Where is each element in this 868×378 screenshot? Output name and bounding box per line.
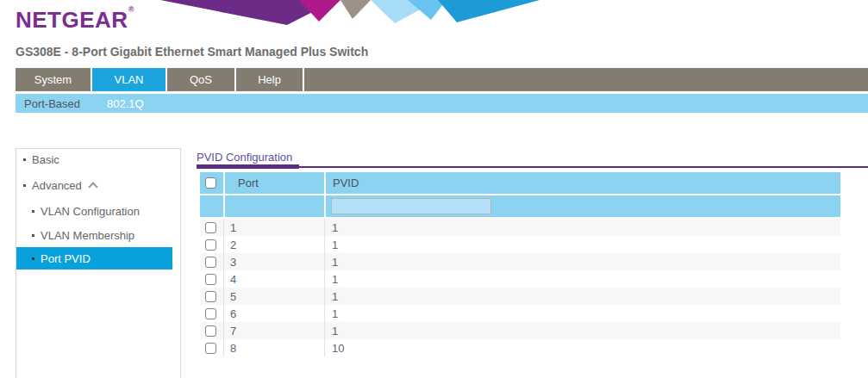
pvid-cell: 1 bbox=[324, 219, 840, 236]
select-all-checkbox[interactable] bbox=[205, 177, 216, 189]
main-nav: System VLAN QoS Help bbox=[16, 68, 868, 91]
page-title: PVID Configuration bbox=[197, 151, 292, 164]
row-checkbox-port-6[interactable] bbox=[205, 308, 216, 319]
row-checkbox-port-2[interactable] bbox=[205, 239, 216, 251]
pvid-cell: 1 bbox=[324, 236, 840, 253]
pvid-cell: 1 bbox=[324, 305, 840, 322]
sidebar-item-vlan-membership[interactable]: VLAN Membership bbox=[16, 226, 180, 244]
sub-nav: Port-Based 802.1Q bbox=[16, 94, 868, 113]
bullet-icon bbox=[23, 158, 26, 161]
bullet-icon bbox=[32, 257, 34, 260]
netgear-logo: NETGEAR® bbox=[16, 5, 134, 34]
sidebar-item-label: VLAN Configuration bbox=[41, 205, 140, 218]
pvid-filter-input[interactable] bbox=[331, 198, 491, 214]
column-header-pvid: PVID bbox=[324, 172, 840, 194]
bullet-icon bbox=[23, 184, 26, 187]
pvid-table: Port PVID 1 1 2 1 3 1 4 1 5 1 6 1 bbox=[200, 172, 840, 356]
port-cell: 3 bbox=[223, 253, 324, 270]
sidebar-item-advanced[interactable]: Advanced bbox=[16, 177, 180, 194]
chevron-up-icon bbox=[88, 182, 97, 191]
column-header-port: Port bbox=[223, 172, 324, 194]
sidebar: Basic Advanced VLAN Configuration VLAN M… bbox=[16, 148, 181, 378]
banner-graphic bbox=[145, 0, 541, 26]
pvid-cell: 1 bbox=[324, 322, 840, 339]
nav-tab-system[interactable]: System bbox=[16, 68, 92, 91]
port-cell: 5 bbox=[223, 288, 324, 305]
table-filter-row bbox=[200, 195, 840, 217]
port-cell: 6 bbox=[223, 305, 324, 322]
heading-underline bbox=[197, 164, 868, 169]
sidebar-item-label: Basic bbox=[32, 153, 59, 166]
netgear-logo-text: NETGEAR bbox=[16, 7, 128, 33]
table-row: 2 1 bbox=[200, 236, 840, 253]
row-checkbox-port-8[interactable] bbox=[205, 343, 216, 354]
table-row: 3 1 bbox=[200, 253, 840, 270]
table-header-row: Port PVID bbox=[200, 172, 840, 194]
row-checkbox-port-5[interactable] bbox=[205, 291, 216, 302]
subnav-item-port-based[interactable]: Port-Based bbox=[16, 97, 89, 110]
sidebar-item-port-pvid[interactable]: Port PVID bbox=[16, 247, 172, 270]
sidebar-item-label: Advanced bbox=[32, 179, 82, 192]
registered-mark: ® bbox=[128, 5, 134, 14]
pvid-cell: 10 bbox=[324, 339, 840, 356]
bullet-icon bbox=[32, 210, 34, 213]
sidebar-item-vlan-configuration[interactable]: VLAN Configuration bbox=[16, 202, 180, 220]
nav-tab-vlan[interactable]: VLAN bbox=[92, 68, 167, 91]
table-row: 6 1 bbox=[200, 305, 840, 322]
device-title: GS308E - 8-Port Gigabit Ethernet Smart M… bbox=[16, 45, 368, 59]
table-row: 1 1 bbox=[200, 219, 840, 236]
table-row: 5 1 bbox=[200, 288, 840, 305]
row-checkbox-port-3[interactable] bbox=[205, 257, 216, 268]
bullet-icon bbox=[32, 234, 34, 237]
port-cell: 7 bbox=[223, 322, 324, 339]
port-cell: 4 bbox=[223, 270, 324, 288]
table-row: 7 1 bbox=[200, 322, 840, 339]
pvid-cell: 1 bbox=[324, 253, 840, 270]
sidebar-item-label: VLAN Membership bbox=[41, 229, 134, 242]
sidebar-item-label: Port PVID bbox=[41, 252, 91, 265]
pvid-cell: 1 bbox=[324, 270, 840, 288]
row-checkbox-port-7[interactable] bbox=[205, 325, 216, 337]
port-cell: 1 bbox=[223, 219, 324, 236]
pvid-cell: 1 bbox=[324, 288, 840, 305]
sidebar-item-basic[interactable]: Basic bbox=[16, 151, 180, 168]
table-row: 8 10 bbox=[200, 339, 840, 356]
row-checkbox-port-4[interactable] bbox=[205, 274, 216, 285]
port-cell: 2 bbox=[223, 236, 324, 253]
subnav-item-8021q[interactable]: 802.1Q bbox=[98, 97, 153, 110]
port-cell: 8 bbox=[223, 339, 324, 356]
table-row: 4 1 bbox=[200, 270, 840, 288]
nav-tab-help[interactable]: Help bbox=[236, 68, 304, 91]
nav-tab-qos[interactable]: QoS bbox=[167, 68, 236, 91]
row-checkbox-port-1[interactable] bbox=[205, 222, 216, 233]
